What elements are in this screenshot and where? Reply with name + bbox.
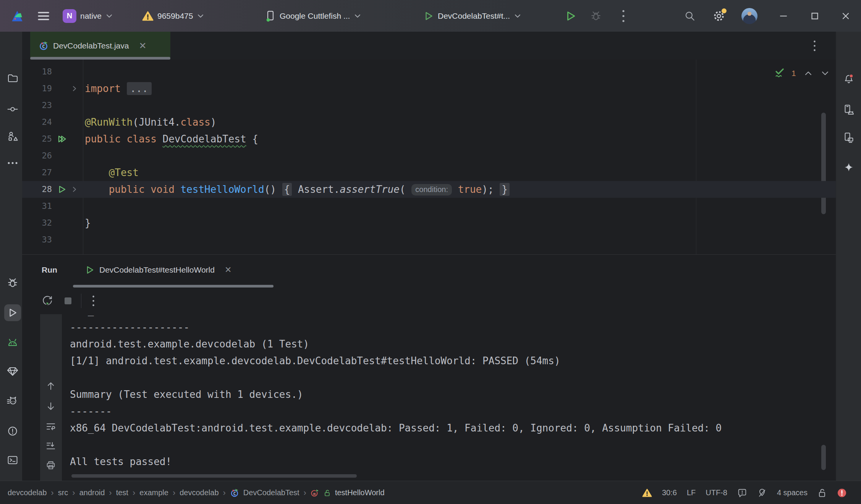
editor-tab-bar: C DevCodelabTest.java ✕ [22,32,836,60]
indent-widget[interactable]: 4 spaces [777,488,808,497]
close-icon [842,12,850,20]
encoding-widget[interactable]: UTF-8 [706,488,727,497]
sidebar-item-debug[interactable] [4,275,21,291]
sidebar-item-notifications[interactable] [840,71,857,87]
main-menu-button[interactable] [37,0,50,32]
svg-text:m: m [313,491,316,496]
android-studio-window: N native 9659b475 Google Cuttlefish ... [0,0,861,504]
svg-text:C: C [42,43,45,49]
highlighting-level-widget[interactable] [757,488,767,498]
sidebar-item-project[interactable] [4,70,21,87]
breadcrumb-item[interactable]: example [139,488,168,497]
run-configuration-selector[interactable]: DevCodelabTest#t... [423,0,521,32]
code-line-26[interactable]: 26 [22,147,836,164]
settings-button[interactable] [710,0,727,32]
breadcrumb-item[interactable]: android [79,488,105,497]
breadcrumb-item[interactable]: test [116,488,128,497]
stop-button[interactable] [60,288,76,314]
window-maximize-button[interactable] [806,0,823,32]
java-test-class-icon: C [39,41,49,51]
sidebar-item-gemini[interactable] [840,159,857,176]
lock-widget[interactable] [817,488,827,498]
sidebar-item-more-tool-windows[interactable] [4,155,21,171]
sidebar-item-commit[interactable] [4,101,21,118]
scroll-to-end-button[interactable] [42,438,59,454]
search-everywhere-button[interactable] [681,0,698,32]
line-number: 25 [22,131,52,147]
sidebar-item-run[interactable] [4,304,21,321]
code-line-23[interactable]: 23 [22,97,836,114]
line-number: 33 [22,231,52,248]
android-studio-logo-icon [10,9,24,23]
run-more-options-button[interactable] [85,288,102,314]
console-vertical-scrollbar[interactable] [821,445,826,470]
sidebar-item-app-quality-insights[interactable] [4,363,21,380]
folder-icon [7,73,18,84]
code-line-31[interactable]: 31 [22,198,836,215]
right-tool-window-stripe [836,32,861,481]
run-tab-close-icon[interactable]: ✕ [225,266,231,274]
code-editor[interactable]: 1 1819import ...2324@RunWith(JUnit4.clas… [22,60,836,254]
running-devices-icon [843,132,855,144]
code-line-33[interactable]: 33 [22,231,836,248]
code-line-19[interactable]: 19import ... [22,80,836,97]
warnings-widget[interactable] [642,488,652,498]
run-tab[interactable]: DevCodelabTest#testHelloWorld ✕ [79,255,237,285]
sidebar-item-structure[interactable] [4,128,21,145]
code-line-18[interactable]: 18 [22,63,836,80]
scroll-to-end-icon [46,441,56,451]
tab-bar-options-button[interactable] [806,32,823,60]
run-class-gutter-icon[interactable] [57,134,67,144]
fold-arrow-icon[interactable] [72,85,77,92]
scroll-down-button[interactable] [42,398,59,415]
console-horizontal-scrollbar[interactable] [71,474,357,478]
error-notification-widget[interactable] [837,488,847,498]
breadcrumb-item[interactable]: src [58,488,68,497]
vcs-widget[interactable]: 9659b475 [142,0,204,32]
breadcrumb-item-class[interactable]: DevCodelabTest [243,488,299,497]
console-output[interactable]: x86_64 DevCodelabTest-------------------… [70,314,818,481]
soft-wrap-button[interactable] [42,418,59,435]
run-button[interactable] [562,0,579,32]
sidebar-item-terminal[interactable] [4,452,21,468]
sidebar-item-logcat[interactable] [4,334,21,351]
sidebar-item-problems[interactable] [4,423,21,439]
breadcrumb-item-method[interactable]: testHelloWorld [335,488,385,497]
sidebar-item-device-manager[interactable] [840,102,857,118]
run-tool-window: Run DevCodelabTest#testHelloWorld ✕ [22,254,836,481]
tab-close-icon[interactable]: ✕ [139,41,146,50]
code-line-28[interactable]: 28 public void testHelloWorld() { Assert… [22,181,836,198]
debug-button[interactable] [587,0,604,32]
code-line-25[interactable]: 25public class DevCodelabTest { [22,131,836,147]
sidebar-item-running-devices[interactable] [840,129,857,146]
console-line: [1/1] android.test.example.devcodelab.De… [70,352,560,369]
caret-position-widget[interactable]: 30:6 [662,488,677,497]
line-separator-widget[interactable]: LF [687,488,696,497]
fold-arrow-icon[interactable] [72,186,77,193]
run-test-gutter-icon[interactable] [57,185,66,194]
sidebar-item-profiler[interactable] [4,393,21,410]
run-tab-label: DevCodelabTest#testHelloWorld [99,265,215,275]
window-minimize-button[interactable] [775,0,792,32]
more-actions-button[interactable] [615,0,632,32]
vcs-warning-icon [142,11,154,21]
code-line-32[interactable]: 32} [22,215,836,231]
rerun-button[interactable] [39,288,56,314]
device-selector[interactable]: Google Cuttlefish ... [265,0,361,32]
hamburger-menu-icon [37,11,50,21]
window-close-button[interactable] [837,0,854,32]
device-manager-icon [843,104,855,116]
rerun-icon [42,295,53,307]
editor-tab-devcodelabtest[interactable]: C DevCodelabTest.java ✕ [30,32,170,60]
code-line-24[interactable]: 24@RunWith(JUnit4.class) [22,114,836,131]
svg-text:C: C [233,491,236,496]
code-line-27[interactable]: 27 @Test [22,164,836,181]
breadcrumb-item[interactable]: devcodelab [180,488,218,497]
print-button[interactable] [42,457,59,474]
scroll-up-button[interactable] [42,378,59,394]
user-profile-button[interactable] [741,0,758,32]
dashing-cat-icon [7,396,18,407]
todo-widget[interactable] [737,488,747,498]
breadcrumb-item[interactable]: devcodelab [8,488,47,497]
project-widget[interactable]: N native [63,0,112,32]
